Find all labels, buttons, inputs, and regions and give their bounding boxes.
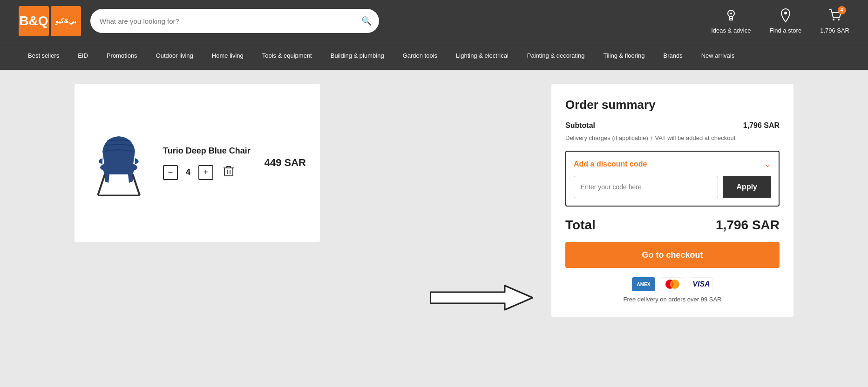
nav-painting-decorating[interactable]: Painting & decorating xyxy=(518,42,594,70)
discount-chevron-icon[interactable]: ⌄ xyxy=(764,159,771,169)
amex-icon: AMEX xyxy=(632,277,655,291)
discount-section: Add a discount code ⌄ Apply xyxy=(565,151,780,207)
order-summary-title: Order summary xyxy=(565,98,780,112)
nav-garden-tools[interactable]: Garden tools xyxy=(393,42,447,70)
svg-point-4 xyxy=(833,19,834,20)
apply-button[interactable]: Apply xyxy=(723,176,771,198)
cart-icon: 4 xyxy=(827,8,842,26)
total-row: Total 1,796 SAR xyxy=(565,218,780,233)
nav-lighting-electrical[interactable]: Lighting & electrical xyxy=(447,42,518,70)
free-delivery-note: Free delivery on orders over 99 SAR xyxy=(565,296,780,303)
nav-building-plumbing[interactable]: Building & plumbing xyxy=(321,42,393,70)
delivery-note: Delivery charges (if applicable) + VAT w… xyxy=(565,134,780,141)
find-store-label: Find a store xyxy=(769,27,801,34)
logo-bq[interactable]: B&Q xyxy=(19,6,49,36)
logo-arabic[interactable]: بي&كيو xyxy=(51,6,81,36)
nav-brands[interactable]: Brands xyxy=(654,42,692,70)
nav-tools-equipment[interactable]: Tools & equipment xyxy=(253,42,321,70)
cart-button[interactable]: 4 1,796 SAR xyxy=(820,8,849,34)
main-content: Turio Deep Blue Chair − 4 + xyxy=(0,70,868,358)
annotation-arrow xyxy=(430,284,533,312)
nav-eid[interactable]: EID xyxy=(68,42,97,70)
quantity-controls: − 4 + xyxy=(163,165,251,180)
nav-best-sellers[interactable]: Best sellers xyxy=(19,42,68,70)
order-summary: Order summary Subtotal 1,796 SAR Deliver… xyxy=(551,84,793,344)
subtotal-label: Subtotal xyxy=(565,121,595,130)
discount-label[interactable]: Add a discount code xyxy=(574,160,647,168)
quantity-increase-button[interactable]: + xyxy=(198,165,213,180)
location-icon xyxy=(779,8,792,26)
ideas-advice-label: Ideas & advice xyxy=(711,27,751,34)
cart-total-label: 1,796 SAR xyxy=(820,27,849,34)
svg-rect-10 xyxy=(224,168,233,176)
ideas-advice-button[interactable]: Ideas & advice xyxy=(711,8,751,34)
subtotal-row: Subtotal 1,796 SAR xyxy=(565,121,780,130)
ideas-icon xyxy=(724,8,739,26)
cart-badge: 4 xyxy=(838,6,846,14)
search-bar: 🔍 xyxy=(90,9,379,33)
top-bar-right: Ideas & advice Find a store 4 1,796 SAR xyxy=(711,8,849,34)
product-info: Turio Deep Blue Chair − 4 + xyxy=(163,146,251,180)
nav-outdoor-living[interactable]: Outdoor living xyxy=(147,42,203,70)
mastercard-icon xyxy=(661,277,684,291)
quantity-decrease-button[interactable]: − xyxy=(163,165,178,180)
arrow-area xyxy=(75,251,542,344)
search-input[interactable] xyxy=(90,9,379,33)
nav-tiling-flooring[interactable]: Tiling & flooring xyxy=(594,42,654,70)
logo[interactable]: B&Q بي&كيو xyxy=(19,6,81,36)
svg-point-3 xyxy=(784,12,787,14)
nav-bar: Best sellers EID Promotions Outdoor livi… xyxy=(0,42,868,70)
product-price: 449 SAR xyxy=(264,157,306,169)
top-bar: B&Q بي&كيو 🔍 Ideas & advice xyxy=(0,0,868,42)
svg-line-7 xyxy=(98,174,105,195)
discount-header: Add a discount code ⌄ xyxy=(574,159,771,169)
cart-section: Turio Deep Blue Chair − 4 + xyxy=(75,84,320,242)
svg-line-8 xyxy=(133,174,140,195)
left-section: Turio Deep Blue Chair − 4 + xyxy=(75,84,542,344)
payment-icons: AMEX VISA xyxy=(565,277,780,291)
product-image xyxy=(88,126,149,200)
find-store-button[interactable]: Find a store xyxy=(769,8,801,34)
total-value: 1,796 SAR xyxy=(716,218,780,233)
total-label: Total xyxy=(565,218,596,233)
quantity-value: 4 xyxy=(183,167,193,177)
product-name: Turio Deep Blue Chair xyxy=(163,146,251,156)
discount-code-input[interactable] xyxy=(574,176,718,198)
discount-input-row: Apply xyxy=(574,176,771,198)
visa-icon: VISA xyxy=(690,277,713,291)
delete-item-button[interactable] xyxy=(224,166,234,179)
checkout-button[interactable]: Go to checkout xyxy=(565,242,780,268)
nav-home-living[interactable]: Home living xyxy=(203,42,253,70)
nav-promotions[interactable]: Promotions xyxy=(97,42,147,70)
subtotal-value: 1,796 SAR xyxy=(743,121,780,130)
svg-point-2 xyxy=(730,13,732,14)
order-summary-box: Order summary Subtotal 1,796 SAR Deliver… xyxy=(551,84,793,317)
search-icon[interactable]: 🔍 xyxy=(361,16,372,26)
svg-marker-14 xyxy=(430,286,533,310)
nav-new-arrivals[interactable]: New arrivals xyxy=(692,42,744,70)
svg-point-5 xyxy=(838,19,840,20)
